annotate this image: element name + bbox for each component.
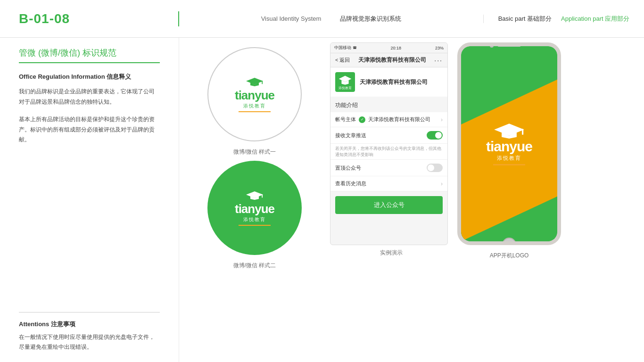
header-center-cn: 品牌视觉形象识别系统 (340, 15, 401, 23)
right-section: 中国移动 ☎ 20:18 23% < 返回 天津添悦教育科技有限公司 ··· (330, 38, 644, 362)
attentions-title: Attentions 注意事项 (19, 320, 160, 329)
outline-caption: 微博/微信 样式一 (233, 148, 276, 156)
main-content: 管微 (微博/微信) 标识规范 Office Regulation Inform… (0, 38, 644, 362)
phone-speaker (497, 44, 521, 47)
wechat-back[interactable]: < 返回 (335, 57, 350, 64)
svg-rect-12 (522, 129, 523, 135)
wechat-profile: 添悦教育 天津添悦教育科技有限公司 (330, 67, 447, 97)
wechat-top-row: 置顶公众号 (330, 160, 447, 176)
battery-label: 23% (435, 46, 444, 50)
sub-green: 添悦教育 (243, 103, 266, 109)
right-content: 中国移动 ☎ 20:18 23% < 返回 天津添悦教育科技有限公司 ··· (330, 38, 644, 362)
wechat-hint: 若关闭开关，您将不再收到该公众号的文章消息，但其他通知类消息不受影响 (330, 144, 447, 160)
logo-hat-icon-green (246, 77, 263, 86)
app-logo-overlay: tianyue 添悦教育 (486, 122, 532, 165)
chevron-icon: › (441, 116, 443, 123)
wechat-profile-name: 天津添悦教育科技有限公司 (360, 78, 428, 86)
svg-marker-0 (246, 77, 263, 84)
app-caption: APP开机LOGO (490, 252, 529, 260)
header-right: Basic part 基础部分 Application part 应用部分 (484, 15, 644, 23)
receive-toggle[interactable] (427, 131, 443, 140)
logo-outline-circle: tianyue 添悦教育 (207, 47, 302, 141)
wechat-title: 天津添悦教育科技有限公司 (358, 56, 426, 64)
body2: 基本上所有品牌活动的目标是保护和提升这个珍贵的资产。标识中的所有组成部分必须被评… (19, 115, 160, 145)
page-code: B-01-08 (19, 11, 159, 26)
receive-label: 接收文章推送 (335, 132, 366, 139)
wechat-avatar: 添悦教育 (335, 72, 355, 92)
header-left: B-01-08 (0, 11, 179, 26)
top-toggle[interactable] (427, 164, 443, 172)
wechat-nav: < 返回 天津添悦教育科技有限公司 ··· (330, 53, 447, 67)
app-screen-content: tianyue 添悦教育 (461, 46, 557, 241)
account-name: 天津添悦教育科技有限公司 (368, 116, 430, 123)
body1: 我们的品牌标识是企业品牌的重要表达，它体现了公司对于品牌远景和品牌信念的独特认知… (19, 87, 160, 107)
phone-mockup: tianyue 添悦教育 (457, 42, 561, 245)
basic-part-label: Basic part 基础部分 (498, 15, 552, 23)
wechat-account-left: 帐号主体 ✓ 天津添悦教育科技有限公司 (335, 116, 430, 123)
logo-outline-text: tianyue 添悦教育 (235, 77, 274, 112)
verified-icon: ✓ (359, 116, 365, 123)
app-hat-icon (493, 122, 526, 139)
brand-name-green: tianyue (235, 88, 274, 103)
middle-column: tianyue 添悦教育 微博/微信 样式一 tianyue 添悦教育 微博/微… (179, 38, 330, 362)
app-column: tianyue 添悦教育 APP开机LOGO (457, 38, 561, 362)
logo-hat-icon-white (246, 190, 263, 200)
svg-rect-2 (262, 81, 263, 84)
brand-name-white: tianyue (235, 202, 274, 216)
wechat-status-bar: 中国移动 ☎ 20:18 23% (330, 43, 447, 53)
phone-screen: tianyue 添悦教育 (461, 46, 557, 241)
svg-rect-5 (262, 194, 263, 197)
header-center: Visual Identity System 品牌视觉形象识别系统 (179, 15, 484, 23)
logo-filled-text: tianyue 添悦教育 (235, 190, 274, 226)
signal-label: 中国移动 ☎ (334, 45, 357, 51)
time-label: 20:18 (390, 46, 401, 50)
wechat-account-row: 帐号主体 ✓ 天津添悦教育科技有限公司 › (330, 112, 447, 127)
subtitle: 管微 (微博/微信) 标识规范 (19, 47, 160, 63)
app-sub-text: 添悦教育 (497, 155, 521, 162)
logo-filled-circle: tianyue 添悦教育 (207, 161, 302, 255)
history-chevron: › (441, 181, 443, 187)
top-label: 置顶公众号 (335, 165, 361, 172)
sub-white: 添悦教育 (243, 216, 266, 223)
header: B-01-08 Visual Identity System 品牌视觉形象识别系… (0, 0, 644, 38)
section-title: Office Regulation Information 信息释义 (19, 73, 160, 81)
avatar-logo: 添悦教育 (336, 73, 354, 91)
account-label: 帐号主体 (335, 116, 356, 123)
wechat-column: 中国移动 ☎ 20:18 23% < 返回 天津添悦教育科技有限公司 ··· (330, 38, 453, 362)
left-column: 管微 (微博/微信) 标识规范 Office Regulation Inform… (0, 38, 179, 362)
wechat-receive-row: 接收文章推送 (330, 127, 447, 144)
wechat-caption: 实例演示 (380, 249, 403, 257)
enter-btn[interactable]: 进入公众号 (335, 196, 443, 214)
wechat-mockup: 中国移动 ☎ 20:18 23% < 返回 天津添悦教育科技有限公司 ··· (330, 42, 448, 245)
wechat-history-row: 查看历史消息 › (330, 176, 447, 191)
divider (19, 312, 160, 313)
wechat-more[interactable]: ··· (434, 57, 443, 64)
svg-marker-3 (246, 191, 263, 197)
svg-marker-10 (494, 123, 524, 135)
header-center-en: Visual Identity System (261, 15, 322, 22)
app-part-label: Application part 应用部分 (561, 15, 629, 23)
wechat-func-label: 功能介绍 (330, 99, 447, 112)
attentions-body: 在一般情况下使用时应尽量使用提供的光盘电子文件，尽量避免在重绘中出现错误。 (19, 332, 160, 353)
history-label: 查看历史消息 (335, 180, 366, 187)
svg-text:添悦教育: 添悦教育 (339, 86, 352, 90)
app-brand-name: tianyue (486, 139, 532, 155)
filled-caption: 微博/微信 样式二 (233, 262, 276, 270)
